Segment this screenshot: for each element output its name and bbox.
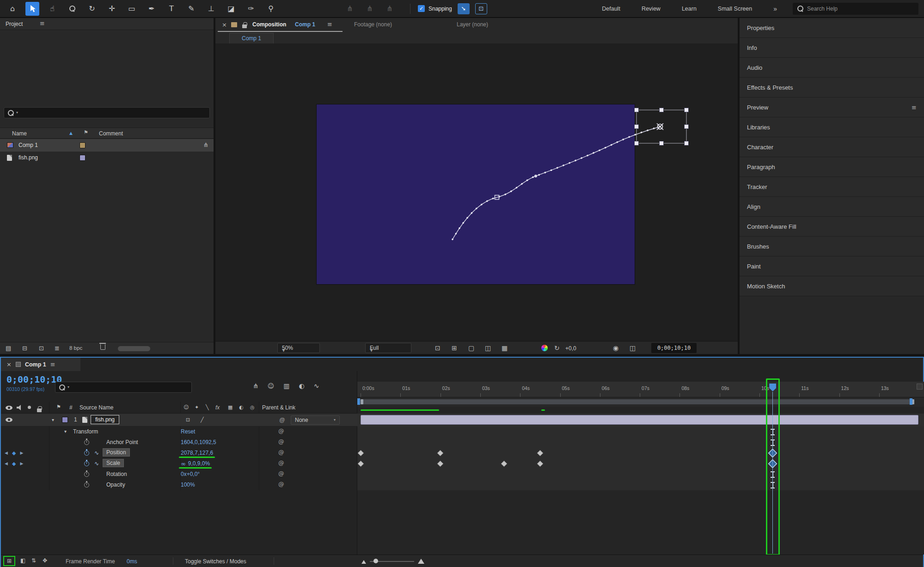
sidebar-item-tracker[interactable]: Tracker bbox=[740, 177, 924, 197]
selection-tool-icon[interactable] bbox=[25, 2, 39, 16]
property-value[interactable]: 0x+0,0° bbox=[181, 471, 200, 477]
shape-tool-icon[interactable]: ▭ bbox=[125, 2, 139, 16]
panel-menu-icon[interactable]: ≡ bbox=[912, 104, 917, 110]
value-text[interactable]: 1604,0,1092,5 bbox=[181, 439, 216, 445]
pick-whip-icon[interactable]: @ bbox=[278, 439, 284, 445]
layer-label-swatch[interactable] bbox=[62, 417, 68, 423]
sidebar-item-libraries[interactable]: Libraries bbox=[740, 117, 924, 137]
time-ruler[interactable]: 0:00s01s02s03s04s05s06s07s08s09s10s11s12… bbox=[357, 382, 924, 397]
next-keyframe-icon[interactable]: ▶ bbox=[20, 451, 23, 455]
viewer-timecode[interactable]: 0;00;10;10 bbox=[651, 343, 697, 353]
property-row-scale[interactable]: ◀◆▶∿Scale∞9,0,9,0%@ bbox=[1, 458, 357, 469]
workspace-small-screen[interactable]: Small Screen bbox=[718, 6, 752, 12]
project-column-header[interactable]: Name ▲ ⚑ Comment bbox=[0, 128, 214, 139]
path-keyframe-dot[interactable] bbox=[534, 175, 537, 177]
stopwatch-icon[interactable] bbox=[84, 451, 89, 456]
value-text[interactable]: 0x+0,0° bbox=[181, 471, 200, 477]
label-swatch[interactable] bbox=[80, 142, 86, 148]
sidebar-item-content-aware-fill[interactable]: Content-Aware Fill bbox=[740, 217, 924, 237]
workspace-default[interactable]: Default bbox=[602, 6, 620, 12]
column-name[interactable]: Name bbox=[12, 130, 27, 137]
previous-keyframe-icon[interactable]: ◀ bbox=[5, 462, 8, 466]
stopwatch-icon[interactable] bbox=[84, 440, 89, 445]
comp-marker-bin[interactable] bbox=[917, 384, 923, 390]
layer-selection-box[interactable] bbox=[636, 110, 686, 143]
property-row-transform[interactable]: ▾TransformReset@ bbox=[1, 427, 357, 437]
pick-whip-icon[interactable]: @ bbox=[278, 460, 284, 466]
eraser-tool-icon[interactable]: ◪ bbox=[224, 2, 238, 16]
sidebar-item-effects-presets[interactable]: Effects & Presets bbox=[740, 78, 924, 98]
layer-duration-bar[interactable] bbox=[361, 415, 918, 425]
axis-mode-icon-2[interactable]: ⋔ bbox=[363, 2, 377, 16]
lock-icon[interactable] bbox=[242, 24, 247, 28]
sidebar-item-paint[interactable]: Paint bbox=[740, 256, 924, 276]
sidebar-item-info[interactable]: Info bbox=[740, 38, 924, 58]
previous-keyframe-icon[interactable]: ◀ bbox=[5, 451, 8, 455]
sort-ascending-icon[interactable]: ▲ bbox=[69, 131, 73, 135]
current-timecode[interactable]: 0;00;10;10 bbox=[6, 374, 62, 385]
parent-pick-whip-icon[interactable]: @ bbox=[279, 417, 285, 423]
choose-grid-icon[interactable]: ⊡ bbox=[435, 345, 441, 351]
project-search-box[interactable]: ▾ bbox=[4, 107, 210, 118]
project-item-fish-png[interactable]: fish.png bbox=[0, 152, 214, 164]
motion-blur-icon[interactable]: ◐ bbox=[299, 383, 305, 389]
column-comment[interactable]: Comment bbox=[99, 130, 123, 137]
panel-menu-icon[interactable]: ≡ bbox=[50, 361, 55, 367]
pick-whip-icon[interactable]: @ bbox=[278, 482, 284, 488]
close-icon[interactable]: × bbox=[6, 361, 12, 367]
delete-icon[interactable] bbox=[100, 344, 105, 350]
tab-layer[interactable]: Layer (none) bbox=[457, 21, 488, 28]
layer-name-field[interactable]: fish.png bbox=[91, 415, 119, 424]
motion-path[interactable] bbox=[453, 127, 660, 239]
transfer-controls-icon[interactable]: ⇅ bbox=[31, 558, 36, 563]
sidebar-item-character[interactable]: Character bbox=[740, 137, 924, 157]
show-snapshot-icon[interactable]: ◫ bbox=[630, 345, 636, 351]
layer-quality-switch-icon[interactable]: ╱ bbox=[201, 417, 204, 422]
timeline-tab[interactable]: × Comp 1 ≡ bbox=[1, 358, 80, 371]
resolution-dropdown[interactable]: Full ▾ bbox=[365, 343, 411, 353]
stopwatch-icon[interactable] bbox=[84, 482, 89, 488]
in-out-panes-icon[interactable]: ✥ bbox=[43, 558, 47, 563]
stopwatch-icon[interactable] bbox=[84, 472, 89, 477]
keyframe-toggle-icon[interactable]: ◆ bbox=[12, 461, 16, 466]
project-item-comp-1[interactable]: Comp 1⋔ bbox=[0, 139, 214, 152]
label-swatch[interactable] bbox=[80, 155, 86, 161]
layer-visibility-eye-icon[interactable] bbox=[6, 418, 12, 422]
constrain-proportions-icon[interactable]: ∞ bbox=[181, 461, 186, 467]
parent-link-dropdown[interactable]: None ▾ bbox=[291, 415, 340, 425]
project-search-input[interactable] bbox=[20, 110, 206, 116]
reset-exposure-icon[interactable]: ↻ bbox=[554, 345, 560, 351]
value-text[interactable]: 9,0,9,0% bbox=[188, 460, 210, 467]
pick-whip-icon[interactable]: @ bbox=[278, 471, 284, 477]
toggle-mask-icon[interactable]: ◫ bbox=[485, 345, 491, 351]
workspace-learn[interactable]: Learn bbox=[682, 6, 697, 12]
frame-blending-icon[interactable]: ▥ bbox=[283, 383, 289, 389]
grid-options-icon[interactable]: ⊞ bbox=[452, 345, 457, 351]
selection-handles[interactable] bbox=[635, 108, 689, 146]
workspace-overflow-button[interactable]: » bbox=[773, 5, 777, 12]
velocity-graph-icon[interactable]: ∿ bbox=[94, 461, 99, 466]
bit-depth-button[interactable]: 8 bpc bbox=[69, 345, 82, 351]
layer-frame-switch-icon[interactable]: ⊡ bbox=[186, 417, 190, 422]
zoom-in-icon[interactable] bbox=[418, 559, 424, 564]
exposure-value[interactable]: +0,0 bbox=[565, 345, 576, 352]
expand-layer-switches-icon[interactable]: ⊞ bbox=[7, 558, 12, 564]
value-text[interactable]: 100% bbox=[181, 482, 195, 488]
axis-mode-icon-1[interactable]: ⋔ bbox=[343, 2, 357, 16]
tab-composition-name[interactable]: Comp 1 bbox=[295, 21, 315, 28]
property-row-anchor-point[interactable]: Anchor Point1604,0,1092,5@ bbox=[1, 437, 357, 448]
property-row-opacity[interactable]: Opacity100%@ bbox=[1, 480, 357, 490]
pen-tool-icon[interactable]: ✒ bbox=[145, 2, 159, 16]
magnification-dropdown[interactable]: 50% ▾ bbox=[277, 343, 320, 353]
timeline-zoom-handle[interactable] bbox=[373, 559, 378, 563]
velocity-graph-icon[interactable]: ∿ bbox=[94, 450, 99, 456]
new-folder-icon[interactable]: ⊟ bbox=[22, 345, 27, 351]
snap-to-feature-icon[interactable]: ➘ bbox=[458, 3, 470, 14]
sidebar-item-align[interactable]: Align bbox=[740, 197, 924, 217]
orbit-camera-tool-icon[interactable]: ↻ bbox=[85, 2, 99, 16]
clone-stamp-tool-icon[interactable]: ⊥ bbox=[204, 2, 218, 16]
region-of-interest-icon[interactable]: ▢ bbox=[468, 345, 474, 351]
timeline-search-input[interactable] bbox=[72, 384, 188, 390]
pick-whip-icon[interactable]: @ bbox=[278, 428, 284, 434]
property-value[interactable]: 2078,7,127,6 bbox=[181, 450, 213, 456]
